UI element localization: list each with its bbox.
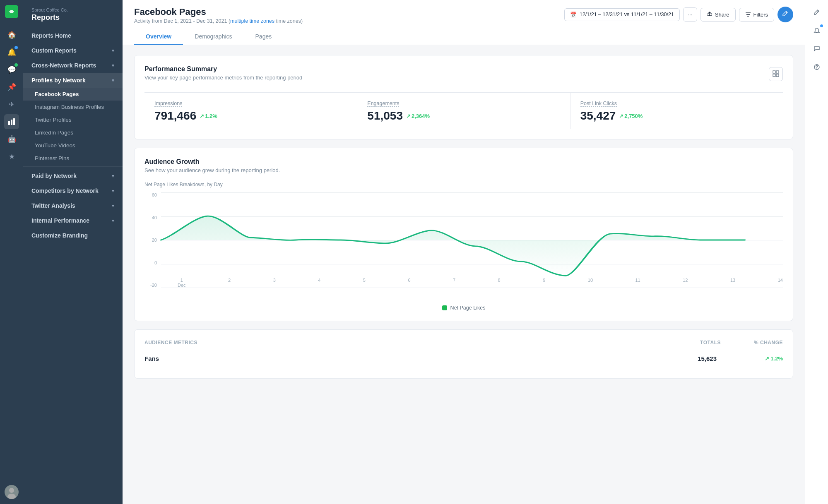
metric-post-link-clicks: Post Link Clicks 35,427 ↗ 2,750% xyxy=(570,93,783,129)
engagements-label[interactable]: Engagements xyxy=(367,101,399,107)
impressions-number: 791,466 xyxy=(154,109,196,122)
main-area: Facebook Pages Activity from Dec 1, 2021… xyxy=(123,0,805,504)
engagements-change-value: 2,364% xyxy=(412,113,430,119)
chevron-custom-reports: ▾ xyxy=(112,48,114,53)
metric-impressions: Impressions 791,466 ↗ 1.2% xyxy=(144,93,357,129)
filters-icon xyxy=(745,11,751,18)
right-bell-icon[interactable] xyxy=(809,23,824,38)
sidebar-item-twitter-analysis[interactable]: Twitter Analysis ▾ xyxy=(23,198,123,213)
x-label-4: 4 xyxy=(318,278,320,288)
sidebar-sub-twitter-profiles[interactable]: Twitter Profiles xyxy=(23,113,123,126)
chart-legend: Net Page Likes xyxy=(144,305,783,311)
audience-growth-title: Audience Growth xyxy=(144,158,783,166)
sidebar-item-customize-branding[interactable]: Customize Branding xyxy=(23,228,123,243)
tabs: Overview Demographics Pages xyxy=(134,29,793,45)
sidebar-item-competitors-by-network[interactable]: Competitors by Network ▾ xyxy=(23,183,123,198)
y-label-40: 40 xyxy=(152,215,157,220)
notification-badge xyxy=(14,46,18,49)
bell-icon[interactable]: 🔔 xyxy=(4,45,19,60)
reports-icon[interactable] xyxy=(4,114,19,129)
star-icon[interactable]: ★ xyxy=(4,149,19,164)
y-label-60: 60 xyxy=(152,192,157,197)
right-edit-icon[interactable] xyxy=(809,5,824,20)
x-label-8: 8 xyxy=(498,278,501,288)
sidebar-sub-youtube[interactable]: YouTube Videos xyxy=(23,139,123,152)
svg-rect-9 xyxy=(773,71,775,73)
svg-rect-12 xyxy=(776,74,779,77)
section-divider-1 xyxy=(23,166,123,167)
chevron-cross-network: ▾ xyxy=(112,63,114,68)
share-button[interactable]: Share xyxy=(700,8,736,22)
sidebar-label-reports-home: Reports Home xyxy=(31,32,71,39)
impressions-label[interactable]: Impressions xyxy=(154,101,182,107)
brand-name: Sprout Coffee Co. xyxy=(31,7,114,12)
pin-icon[interactable]: 📌 xyxy=(4,79,19,94)
sidebar-item-cross-network[interactable]: Cross-Network Reports ▾ xyxy=(23,58,123,73)
sidebar-label-profiles-by-network: Profiles by Network xyxy=(31,77,86,84)
impressions-arrow: ↗ xyxy=(200,113,204,119)
post-link-clicks-label[interactable]: Post Link Clicks xyxy=(580,101,617,107)
table-view-button[interactable] xyxy=(769,67,783,81)
sidebar-sub-facebook-pages[interactable]: Facebook Pages xyxy=(23,88,123,101)
calendar-icon: 📅 xyxy=(570,12,577,18)
send-icon[interactable]: ✈ xyxy=(4,97,19,112)
x-label-3: 3 xyxy=(273,278,276,288)
col-change: % Change xyxy=(754,340,783,346)
sidebar-item-custom-reports[interactable]: Custom Reports ▾ xyxy=(23,43,123,58)
rail-bottom xyxy=(5,485,19,499)
sub-label-linkedin: LinkedIn Pages xyxy=(35,130,73,136)
sidebar-label-paid-by-network: Paid by Network xyxy=(31,173,77,179)
impressions-change-value: 1.2% xyxy=(205,113,217,119)
table-row-fans: Fans 15,623 ↗ 1.2% xyxy=(144,349,783,368)
sub-label-pinterest: Pinterest Pins xyxy=(35,155,69,161)
sidebar-sub-instagram[interactable]: Instagram Business Profiles xyxy=(23,101,123,113)
compose-button[interactable] xyxy=(777,7,793,22)
right-chat-icon[interactable] xyxy=(809,41,824,56)
sidebar-item-internal-performance[interactable]: Internal Performance ▾ xyxy=(23,213,123,228)
tab-overview-label: Overview xyxy=(146,33,171,40)
home-icon[interactable]: 🏠 xyxy=(4,27,19,42)
more-options-button[interactable]: ··· xyxy=(683,7,697,22)
row-fans-change: ↗ 1.2% xyxy=(750,355,783,362)
perf-card-subtitle: View your key page performance metrics f… xyxy=(144,74,302,81)
sidebar-item-paid-by-network[interactable]: Paid by Network ▾ xyxy=(23,168,123,183)
header-top: Facebook Pages Activity from Dec 1, 2021… xyxy=(134,7,793,24)
tab-overview[interactable]: Overview xyxy=(134,29,183,45)
right-help-icon[interactable] xyxy=(809,60,824,74)
sidebar-item-reports-home[interactable]: Reports Home xyxy=(23,28,123,43)
x-label-5: 5 xyxy=(363,278,366,288)
svg-line-8 xyxy=(786,12,787,13)
svg-point-4 xyxy=(7,494,16,499)
col-totals: Totals xyxy=(700,340,721,346)
engagements-number: 51,053 xyxy=(367,109,403,122)
sidebar: Sprout Coffee Co. Reports Reports Home C… xyxy=(23,0,123,504)
page-header: Facebook Pages Activity from Dec 1, 2021… xyxy=(123,0,805,45)
sidebar-sub-pinterest[interactable]: Pinterest Pins xyxy=(23,152,123,165)
y-label-neg20: -20 xyxy=(150,283,157,288)
sidebar-item-profiles-by-network[interactable]: Profiles by Network ▾ xyxy=(23,73,123,88)
share-label: Share xyxy=(715,12,729,18)
engagements-change: ↗ 2,364% xyxy=(406,113,430,119)
filters-button[interactable]: Filters xyxy=(739,8,774,22)
bot-icon[interactable]: 🤖 xyxy=(4,132,19,146)
sub-label-twitter-profiles: Twitter Profiles xyxy=(35,117,72,123)
chart-container: 60 40 20 0 -20 xyxy=(144,192,783,300)
sidebar-sub-linkedin[interactable]: LinkedIn Pages xyxy=(23,126,123,139)
subtitle-text: Activity from Dec 1, 2021 - Dec 31, 2021 xyxy=(134,18,227,24)
metrics-row: Impressions 791,466 ↗ 1.2% Engagements 5… xyxy=(144,92,783,129)
sub-label-youtube: YouTube Videos xyxy=(35,142,75,149)
row-fans-total: 15,623 xyxy=(698,355,717,362)
chat-icon[interactable]: 💬 xyxy=(4,62,19,77)
chat-badge xyxy=(14,63,18,67)
tab-demographics[interactable]: Demographics xyxy=(183,29,243,45)
chevron-paid: ▾ xyxy=(112,173,114,179)
user-avatar[interactable] xyxy=(5,485,19,499)
sidebar-label-cross-network: Cross-Network Reports xyxy=(31,62,96,69)
chevron-profiles-by-network: ▾ xyxy=(112,78,114,83)
perf-card-header: Performance Summary View your key page p… xyxy=(144,65,783,89)
sub-label-facebook-pages: Facebook Pages xyxy=(35,91,79,97)
timezone-link[interactable]: multiple time zones xyxy=(230,18,274,24)
date-range-button[interactable]: 📅 12/1/21 – 12/31/21 vs 11/1/21 – 11/30/… xyxy=(564,8,680,21)
x-label-14: 14 xyxy=(778,278,783,288)
tab-pages[interactable]: Pages xyxy=(244,29,284,45)
